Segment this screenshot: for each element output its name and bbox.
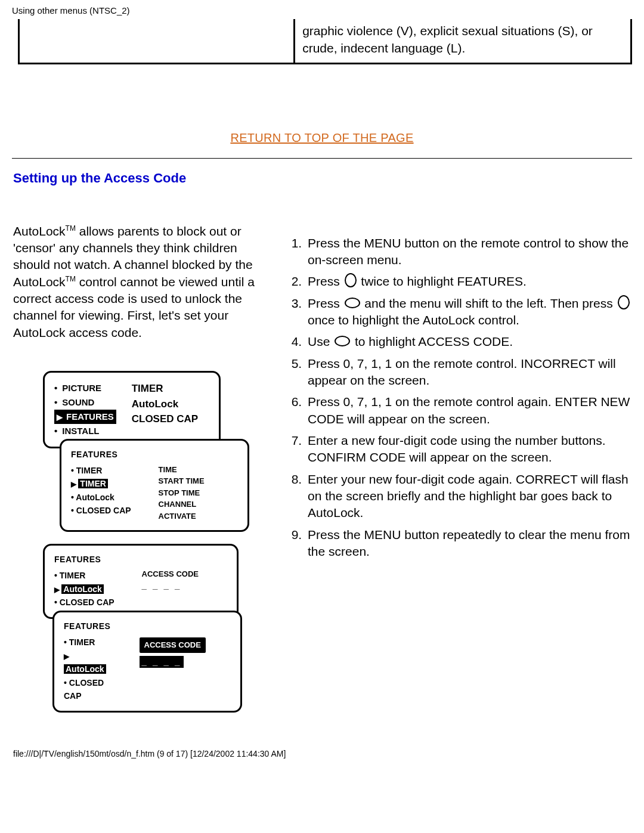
step-6: Press 0, 7, 1, 1 on the remote control a… <box>305 394 632 428</box>
step-3: Press and the menu will shift to the lef… <box>305 295 632 329</box>
page-header: Using other menus (NTSC_2) <box>0 0 644 19</box>
step-5: Press 0, 7, 1, 1 on the remote control. … <box>305 355 632 389</box>
step-9: Press the MENU button repeatedly to clea… <box>305 527 632 561</box>
divider <box>12 158 632 159</box>
rating-table-fragment: graphic violence (V), explicit sexual si… <box>18 19 632 64</box>
osd-panel-2: FEATURES TIMER TIMER AutoLock CLOSED CAP… <box>60 439 249 532</box>
right-ring-icon <box>345 298 360 308</box>
intro-text: AutoLockTM allows parents to block out o… <box>13 223 270 341</box>
osd-panel-1: PICTURE SOUND FEATURES INSTALL TIMER Aut… <box>43 371 221 448</box>
footer-path: file:///D|/TV/english/150mt/osd/n_f.htm … <box>0 713 644 768</box>
section-heading: Setting up the Access Code <box>13 169 632 187</box>
osd-illustration: PICTURE SOUND FEATURES INSTALL TIMER Aut… <box>43 371 252 713</box>
rating-cell-right: graphic violence (V), explicit sexual si… <box>295 19 631 63</box>
step-7: Enter a new four-digit code using the nu… <box>305 432 632 466</box>
osd-panel-4: FEATURES TIMER AutoLock CLOSED CAP ACCES… <box>52 611 242 713</box>
step-1: Press the MENU button on the remote cont… <box>305 235 632 269</box>
step-8: Enter your new four-digit code again. CO… <box>305 471 632 522</box>
step-2: Press twice to highlight FEATURES. <box>305 273 632 290</box>
down-ring-icon <box>618 295 630 309</box>
rating-cell-left <box>19 19 295 63</box>
steps-list: Press the MENU button on the remote cont… <box>287 235 632 561</box>
osd-panel-3: FEATURES TIMER AutoLock CLOSED CAP ACCES… <box>43 544 239 619</box>
step-4: Use to highlight ACCESS CODE. <box>305 333 632 350</box>
return-to-top-link[interactable]: RETURN TO TOP OF THE PAGE <box>230 131 413 144</box>
down-ring-icon <box>345 273 357 287</box>
right-ring-icon <box>335 336 350 346</box>
